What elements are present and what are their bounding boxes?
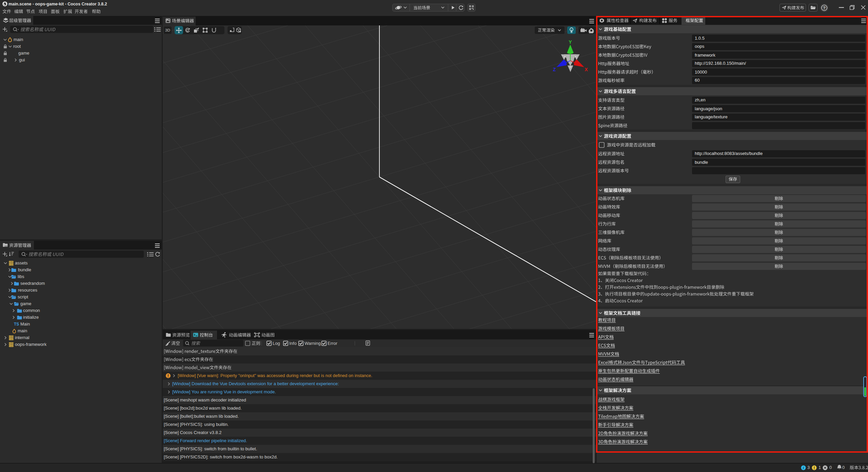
svg-text:Z: Z [553, 67, 556, 72]
svg-text:X: X [585, 67, 588, 72]
svg-text:Y: Y [569, 39, 572, 45]
svg-text:?: ? [823, 5, 826, 11]
